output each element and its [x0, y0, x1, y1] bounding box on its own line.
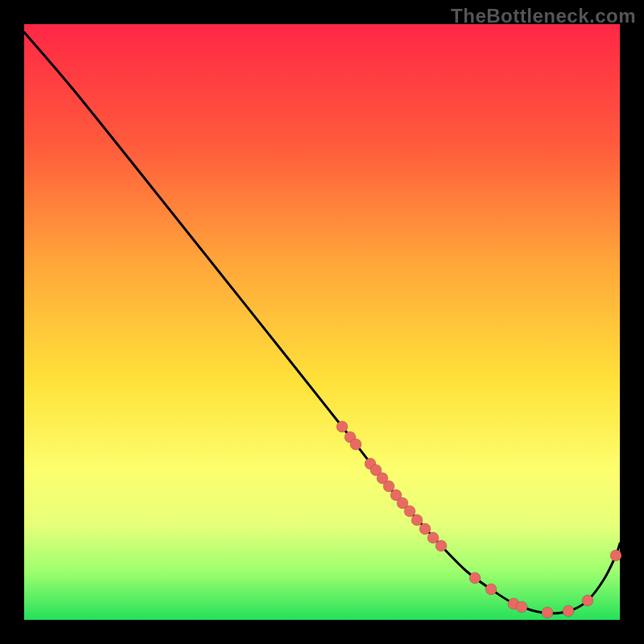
plot-area: [24, 24, 620, 620]
data-dot: [419, 523, 431, 535]
bottleneck-curve: [24, 32, 620, 613]
data-dot: [485, 584, 497, 595]
data-dot: [516, 601, 527, 613]
chart-frame: TheBottleneck.com: [0, 0, 644, 644]
data-dot: [350, 439, 361, 450]
curve-layer: [24, 24, 620, 620]
data-dot: [436, 540, 447, 551]
data-dot: [563, 605, 574, 617]
data-dot: [469, 572, 481, 584]
data-dot: [610, 550, 621, 561]
data-dot: [582, 595, 593, 606]
curve-dots: [336, 421, 621, 618]
data-dot: [411, 514, 423, 526]
data-dot: [336, 421, 348, 432]
data-dot: [542, 607, 553, 618]
